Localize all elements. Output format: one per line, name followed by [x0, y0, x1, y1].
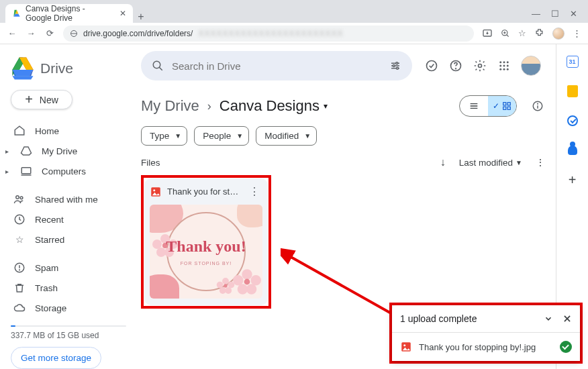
- chevron-down-icon: ▼: [175, 132, 181, 140]
- svg-point-32: [456, 68, 456, 69]
- ready-offline-icon[interactable]: [424, 58, 439, 73]
- sidebar-item-label: Shared with me: [35, 195, 98, 205]
- storage-quota-text: 337.7 MB of 15 GB used: [11, 331, 126, 340]
- help-icon[interactable]: [448, 58, 463, 73]
- drive-icon: [20, 145, 32, 157]
- sidebar-item-mydrive[interactable]: ▸My Drive: [11, 142, 126, 160]
- tasks-icon[interactable]: [566, 114, 579, 127]
- upload-toast: 1 upload complete Thank you for stopping…: [392, 305, 580, 361]
- minimize-icon[interactable]: —: [532, 9, 540, 19]
- get-more-storage-button[interactable]: Get more storage: [11, 347, 101, 369]
- filter-people[interactable]: People▼: [194, 126, 249, 146]
- chevron-down-icon: ▼: [304, 132, 311, 140]
- search-icon: [152, 60, 164, 72]
- search-box[interactable]: [141, 51, 412, 81]
- svg-point-27: [396, 62, 398, 64]
- svg-line-7: [507, 34, 509, 36]
- star-icon: ☆: [13, 233, 26, 246]
- search-options-icon[interactable]: [389, 60, 401, 72]
- sidebar-item-label: Home: [35, 126, 59, 136]
- browser-menu-icon[interactable]: ⋮: [573, 28, 581, 38]
- sidebar-item-label: My Drive: [42, 146, 77, 156]
- chevron-down-icon: ▼: [236, 132, 243, 140]
- file-thumbnail: Thank you! FOR STOPING BY!: [150, 205, 262, 299]
- forward-icon[interactable]: →: [26, 28, 36, 38]
- account-avatar[interactable]: [521, 56, 541, 76]
- drive-logo[interactable]: Drive: [11, 51, 126, 90]
- settings-icon[interactable]: [473, 58, 487, 73]
- more-options-icon[interactable]: ⋮: [536, 157, 545, 168]
- zoom-icon[interactable]: [501, 29, 510, 38]
- toast-collapse-icon[interactable]: [544, 314, 553, 323]
- sidebar-item-spam[interactable]: Spam: [11, 258, 126, 277]
- url-field[interactable]: drive.google.com/drive/folders/ XXXXXXXX…: [63, 25, 474, 42]
- plus-icon: +: [25, 92, 33, 107]
- filter-modified[interactable]: Modified▼: [256, 126, 317, 146]
- reload-icon[interactable]: ⟳: [44, 28, 55, 38]
- svg-point-52: [538, 103, 538, 104]
- keep-icon[interactable]: [566, 85, 579, 98]
- breadcrumb-root[interactable]: My Drive: [141, 97, 199, 115]
- expand-icon[interactable]: ▸: [5, 148, 11, 155]
- site-info-icon[interactable]: [70, 30, 78, 38]
- window-controls: — ☐ ✕: [532, 9, 583, 23]
- filter-type[interactable]: Type▼: [141, 126, 187, 146]
- list-view-button[interactable]: [460, 96, 488, 116]
- toast-close-icon[interactable]: [562, 314, 572, 323]
- install-icon[interactable]: [482, 28, 493, 39]
- sidebar-item-storage[interactable]: Storage: [11, 299, 126, 317]
- maximize-icon[interactable]: ☐: [551, 9, 559, 19]
- sidebar-nav: Home ▸My Drive ▸Computers Shared with me…: [11, 121, 126, 317]
- file-card[interactable]: Thank you for sto… ⋮ Thank you! FOR STOP…: [144, 178, 268, 305]
- file-more-icon[interactable]: ⋮: [246, 185, 262, 198]
- toast-filename: Thank you for stopping by!.jpg: [419, 342, 536, 352]
- svg-point-54: [153, 189, 155, 191]
- new-button[interactable]: + New: [11, 90, 72, 109]
- expand-icon[interactable]: ▸: [5, 168, 11, 175]
- tab-close-icon[interactable]: ✕: [119, 9, 126, 18]
- storage-quota-bar: [11, 325, 126, 327]
- sidebar-item-computers[interactable]: ▸Computers: [11, 162, 126, 180]
- svg-point-40: [499, 68, 501, 70]
- sort-dropdown[interactable]: Last modified▼: [459, 158, 522, 168]
- get-addons-icon[interactable]: +: [566, 173, 579, 187]
- svg-point-21: [19, 270, 20, 270]
- browser-tab[interactable]: Canva Designs - Google Drive ✕: [5, 4, 133, 23]
- image-file-icon: [400, 341, 412, 353]
- chevron-down-icon: ▾: [324, 101, 328, 111]
- svg-point-28: [393, 65, 395, 67]
- new-tab-button[interactable]: +: [133, 11, 149, 23]
- back-icon[interactable]: ←: [7, 28, 17, 38]
- svg-rect-47: [507, 103, 510, 105]
- contacts-icon[interactable]: [566, 144, 579, 157]
- svg-point-30: [427, 61, 437, 71]
- toast-item[interactable]: Thank you for stopping by!.jpg: [392, 332, 580, 361]
- toast-title: 1 upload complete: [400, 313, 477, 324]
- svg-rect-14: [21, 168, 31, 174]
- browser-profile-icon[interactable]: [552, 28, 565, 40]
- calendar-icon[interactable]: 31: [566, 55, 579, 68]
- sidebar-item-trash[interactable]: Trash: [11, 278, 126, 297]
- apps-icon[interactable]: [497, 58, 511, 73]
- sidebar-item-starred[interactable]: ☆Starred: [11, 230, 126, 249]
- success-icon: [560, 341, 572, 353]
- sidebar-item-home[interactable]: Home: [11, 121, 126, 140]
- extensions-icon[interactable]: [534, 28, 544, 38]
- search-input[interactable]: [172, 60, 381, 72]
- home-icon: [13, 125, 26, 137]
- sidebar-item-label: Storage: [35, 303, 66, 313]
- svg-point-59: [403, 344, 405, 346]
- filter-chips: Type▼ People▼ Modified▼: [141, 126, 545, 146]
- sort-direction-icon[interactable]: ↓: [440, 156, 446, 168]
- svg-point-41: [503, 68, 505, 70]
- sidebar-item-recent[interactable]: Recent: [11, 210, 126, 229]
- svg-point-42: [507, 68, 509, 70]
- details-icon[interactable]: [532, 100, 545, 112]
- bookmark-icon[interactable]: ☆: [518, 28, 526, 38]
- grid-view-button[interactable]: [488, 96, 516, 116]
- window-close-icon[interactable]: ✕: [570, 9, 577, 19]
- svg-point-29: [397, 67, 399, 69]
- svg-point-36: [507, 61, 509, 63]
- breadcrumb-current[interactable]: Canva Designs▾: [219, 97, 328, 115]
- sidebar-item-shared[interactable]: Shared with me: [11, 190, 126, 209]
